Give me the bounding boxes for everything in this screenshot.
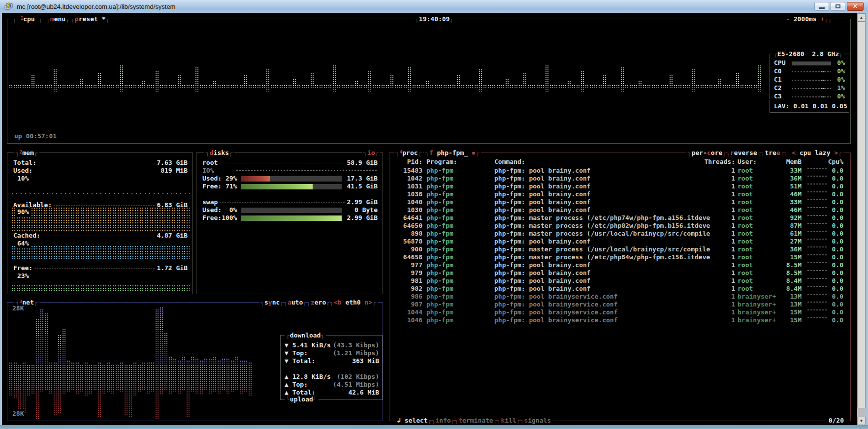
scroll-up-button[interactable]: ▲ [857, 13, 866, 22]
next-interface-button[interactable]: n> [365, 299, 373, 306]
mem-free-meter [11, 285, 190, 293]
process-row[interactable]: 979php-fpmphp-fpm: pool brainy.conf1root… [389, 269, 851, 277]
sort-next-button[interactable]: > [834, 149, 838, 157]
sort-prev-button[interactable] [788, 149, 792, 157]
upload-top-row: ▲ Top:(4.51 Mibps) [285, 381, 379, 389]
info-button[interactable]: info [435, 417, 450, 425]
net-info-box: ┌download┐ ▼ 5.41 KiB/s(43.3 Kibps) ▼ To… [280, 335, 383, 400]
minimize-icon [819, 7, 825, 9]
scrollbar[interactable]: ▲ ▼ [857, 13, 866, 425]
process-row[interactable]: 1030php-fpmphp-fpm: pool brainy.conf1roo… [389, 206, 851, 214]
process-row[interactable]: 898php-fpmphp-fpm: master process (/usr/… [389, 230, 851, 238]
proc-counter: 0/20 [827, 417, 845, 425]
process-row[interactable]: 1042php-fpmphp-fpm: pool brainy.conf1roo… [389, 175, 851, 183]
disk-io-row: IO% [202, 167, 378, 175]
proc-footer-items: info┌┐terminate┌┐kill┌┐signals [435, 417, 551, 425]
preset-button[interactable]: ┐preset *┌ [69, 15, 111, 23]
cpu-info-box: ┌E5-2680 2.8 GHz┐ CPU0%C00%C10%C21%C30% … [770, 54, 849, 113]
process-row[interactable]: 64658php-fpmphp-fpm: master process (/et… [389, 253, 851, 261]
prev-interface-button[interactable]: <b [334, 299, 342, 306]
window-border-bottom [0, 425, 868, 429]
reverse-button[interactable]: reverse [730, 149, 757, 157]
download-total-row: ▼ Total:363 MiB [285, 357, 379, 365]
mem-section-row: Used:819 MiB [13, 167, 188, 175]
net-scale-top: 28K [11, 305, 25, 312]
disk-name-row: swap2.99 GiB [202, 198, 378, 206]
mem-sections: Used:819 MiB10%Available:6.83 GiB90%Cach… [7, 153, 193, 294]
cpu-core-row: C10% [774, 76, 845, 84]
interval-value: 2000ms [794, 15, 817, 23]
putty-window: mc [root@ub24.itdeveloper.com.ua]:/lib/s… [0, 0, 868, 429]
cpu-core-row: C00% [774, 67, 845, 75]
disk-free-row: Free:100%2.99 GiB [202, 214, 378, 222]
title-bar[interactable]: mc [root@ub24.itdeveloper.com.ua]:/lib/s… [0, 0, 868, 13]
scroll-down-button[interactable]: ▼ [857, 417, 866, 425]
menu-button[interactable]: ┐menu┌ [45, 15, 71, 23]
process-row[interactable]: 1040php-fpmphp-fpm: pool brainy.conf1roo… [389, 198, 851, 206]
process-row[interactable]: 1044php-fpmphp-fpm: pool brainyservice.c… [389, 308, 851, 316]
window-border-right [866, 13, 868, 429]
sort-prev-arrow[interactable]: < [792, 149, 796, 157]
zero-button[interactable]: zero [311, 299, 326, 306]
process-row[interactable]: 15483php-fpmphp-fpm: pool brainy.conf1ro… [389, 167, 851, 175]
process-row[interactable]: 1038php-fpmphp-fpm: pool brainy.conf1roo… [389, 190, 851, 198]
cpu-box: ┌ 1cpu ┐ ┐menu┌ ┐preset *┌ ┐19:40:09┌ - … [7, 19, 851, 144]
select-button[interactable]: ↲ select [397, 417, 428, 425]
net-buttons: ┐sync┌┐auto┌┐zero┌┐<b eth0 n>┌ [259, 299, 378, 306]
terminate-button[interactable]: terminate [458, 417, 493, 425]
mem-section-percent: 10% [15, 175, 31, 183]
signals-button[interactable]: signals [524, 417, 551, 425]
mem-section-percent: 23% [15, 272, 31, 280]
close-button[interactable]: ✕ [847, 2, 864, 11]
filter-text: php-fpm_ [437, 149, 468, 157]
proc-box-title[interactable]: ┐4proc┌ [394, 149, 423, 157]
proc-filter-input[interactable]: ┐f php-fpm_ ▪┌ [424, 149, 481, 157]
sync-button[interactable]: sync [264, 299, 280, 306]
mem-section-row: Free:1.72 GiB [13, 264, 188, 272]
maximize-icon [836, 4, 840, 8]
scrollbar-thumb[interactable] [857, 22, 866, 408]
tree-button[interactable]: tree [765, 149, 780, 157]
interval-minus-button[interactable]: - [786, 15, 790, 23]
net-scale-bottom: 28K [11, 410, 25, 418]
auto-button[interactable]: auto [288, 299, 303, 306]
process-row[interactable]: 982php-fpmphp-fpm: pool brainy.conf1root… [389, 285, 851, 293]
sort-column-value: cpu lazy [800, 149, 831, 157]
disk-used-row: Used: 29%17.3 GiB [202, 175, 378, 183]
process-row[interactable]: 1031php-fpmphp-fpm: pool brainy.conf1roo… [389, 183, 851, 190]
kill-button[interactable]: kill [501, 417, 516, 425]
cpu-core-row: CPU0% [774, 59, 845, 67]
proc-buttons: ┐per-core┌┐reverse┌┐tree┌┐ < cpu lazy >┌ [686, 149, 843, 157]
process-row[interactable]: 64641php-fpmphp-fpm: master process (/et… [389, 214, 851, 222]
mem-section-percent: 90% [15, 208, 31, 216]
process-row[interactable]: 56878php-fpmphp-fpm: pool brainy.conf1ro… [389, 238, 851, 245]
disk-free-row: Free: 71%41.5 GiB [202, 183, 378, 190]
clock: ┐19:40:09┌ [414, 15, 455, 23]
process-row[interactable]: 900php-fpmphp-fpm: master process (/usr/… [389, 245, 851, 253]
download-top-row: ▼ Top:(1.21 Mibps) [285, 349, 379, 357]
cpu-box-title[interactable]: ┌ 1cpu ┐ [11, 15, 44, 23]
process-row[interactable]: 64650php-fpmphp-fpm: master process (/et… [389, 222, 851, 230]
net-download-graph [9, 306, 254, 364]
net-upload-graph [9, 364, 254, 419]
per-core-button[interactable]: per-core [692, 149, 723, 157]
process-row[interactable]: 981php-fpmphp-fpm: pool brainy.conf1root… [389, 277, 851, 285]
disks-groups: root58.9 GiBIO%Used: 29%17.3 GiBFree: 71… [196, 153, 383, 294]
process-row[interactable]: 977php-fpmphp-fpm: pool brainy.conf1root… [389, 261, 851, 269]
mem-available-meter [11, 207, 190, 231]
terminal: ┌ 1cpu ┐ ┐menu┌ ┐preset *┌ ┐19:40:09┌ - … [2, 13, 866, 425]
cpu-core-row: C21% [774, 84, 845, 92]
mem-box: ┐2mem┌ Total:7.63 GiB Used:819 MiB10%Ava… [7, 153, 193, 294]
net-box: ┐3net┌ ┐sync┌┐auto┌┐zero┌┐<b eth0 n>┌ 28… [7, 302, 383, 421]
disk-name-row: root58.9 GiB [202, 159, 378, 167]
process-row[interactable]: 1046php-fpmphp-fpm: pool brainyservice.c… [389, 316, 851, 324]
interval-plus-button[interactable]: + [820, 15, 824, 23]
upload-title: └upload┘ [285, 396, 319, 403]
process-row[interactable]: 986php-fpmphp-fpm: pool brainyservice.co… [389, 293, 851, 301]
process-row[interactable]: 987php-fpmphp-fpm: pool brainyservice.co… [389, 301, 851, 308]
minimize-button[interactable] [814, 2, 829, 11]
maximize-button[interactable] [831, 2, 845, 11]
window-controls: ✕ [814, 2, 864, 11]
download-title: ┌download┐ [285, 332, 326, 339]
interface-name: eth0 [345, 299, 360, 306]
